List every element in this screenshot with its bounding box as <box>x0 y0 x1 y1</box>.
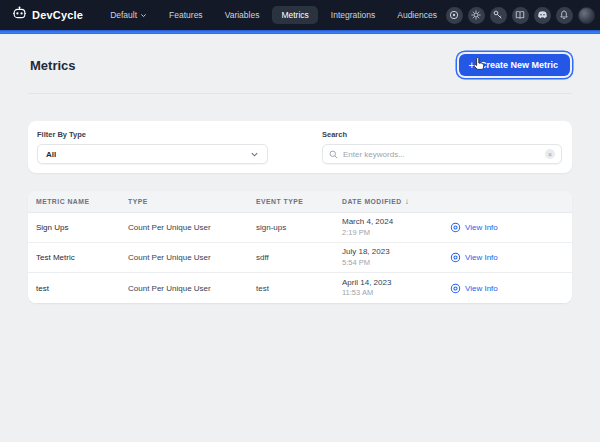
col-header-type[interactable]: TYPE <box>128 198 256 205</box>
col-header-event-type[interactable]: EVENT TYPE <box>256 198 342 205</box>
key-icon[interactable] <box>490 7 507 24</box>
filter-card: Filter By Type All Search × <box>28 121 572 173</box>
devcycle-robot-logo-icon <box>12 6 27 25</box>
nav-item-integrations[interactable]: Integrations <box>322 6 384 24</box>
nav-item-features[interactable]: Features <box>160 6 212 24</box>
brand[interactable]: DevCycle <box>12 6 83 25</box>
eye-icon <box>450 283 461 294</box>
date-modified: March 4, 2024 2:19 PM <box>342 217 450 238</box>
nav-right-icons <box>446 7 595 24</box>
date-modified: July 18, 2023 5:54 PM <box>342 247 450 268</box>
brand-name: DevCycle <box>32 9 83 21</box>
page-title: Metrics <box>30 58 76 73</box>
target-icon[interactable] <box>446 7 463 24</box>
gear-icon[interactable] <box>468 7 485 24</box>
eye-icon <box>450 222 461 233</box>
event-type: sign-ups <box>256 223 342 232</box>
metric-type: Count Per Unique User <box>128 223 256 232</box>
search-input[interactable] <box>343 150 540 159</box>
metric-type: Count Per Unique User <box>128 253 256 262</box>
event-type: test <box>256 284 342 293</box>
search-box: × <box>322 144 562 164</box>
event-type: sdff <box>256 253 342 262</box>
col-header-metric-name[interactable]: METRIC NAME <box>36 198 128 205</box>
metrics-table: METRIC NAME TYPE EVENT TYPE DATE MODIFIE… <box>28 191 572 303</box>
create-new-metric-label: Create New Metric <box>480 60 558 70</box>
metric-name: Sign Ups <box>36 223 128 232</box>
search-icon <box>329 150 338 159</box>
view-info-link[interactable]: View Info <box>450 222 564 233</box>
plus-icon: + <box>469 61 475 69</box>
table-row[interactable]: Sign Ups Count Per Unique User sign-ups … <box>28 213 572 243</box>
metric-type: Count Per Unique User <box>128 284 256 293</box>
table-row[interactable]: test Count Per Unique User test April 14… <box>28 273 572 303</box>
user-avatar[interactable] <box>578 7 595 24</box>
search-group: Search × <box>322 130 562 164</box>
metric-name: test <box>36 284 128 293</box>
docs-book-icon[interactable] <box>512 7 529 24</box>
clear-search-icon[interactable]: × <box>545 149 555 159</box>
table-row[interactable]: Test Metric Count Per Unique User sdff J… <box>28 243 572 273</box>
nav-item-audiences[interactable]: Audiences <box>388 6 446 24</box>
filter-by-type-label: Filter By Type <box>37 130 268 139</box>
page-header: Metrics + Create New Metric <box>0 34 600 80</box>
bell-icon[interactable] <box>556 7 573 24</box>
view-info-link[interactable]: View Info <box>450 283 564 294</box>
table-header-row: METRIC NAME TYPE EVENT TYPE DATE MODIFIE… <box>28 191 572 213</box>
header-divider <box>28 93 572 94</box>
nav-items: Default Features Variables Metrics Integ… <box>101 6 446 24</box>
eye-icon <box>450 252 461 263</box>
top-nav: DevCycle Default Features Variables Metr… <box>0 0 600 30</box>
nav-item-default-project[interactable]: Default <box>101 6 156 24</box>
chevron-down-icon <box>140 12 147 19</box>
main-content: Metrics + Create New Metric Filter By Ty… <box>0 34 600 442</box>
type-filter-value: All <box>46 150 56 159</box>
nav-item-metrics[interactable]: Metrics <box>272 6 317 24</box>
filter-by-type-group: Filter By Type All <box>37 130 268 164</box>
view-info-link[interactable]: View Info <box>450 252 564 263</box>
chevron-down-icon <box>250 150 259 159</box>
create-new-metric-button[interactable]: + Create New Metric <box>459 54 570 76</box>
type-filter-select[interactable]: All <box>37 144 268 164</box>
metric-name: Test Metric <box>36 253 128 262</box>
discord-icon[interactable] <box>534 7 551 24</box>
sort-desc-icon: ↓ <box>405 197 410 206</box>
date-modified: April 14, 2023 11:53 AM <box>342 278 450 299</box>
search-label: Search <box>322 130 562 139</box>
col-header-date-modified[interactable]: DATE MODIFIED ↓ <box>342 197 450 206</box>
nav-item-variables[interactable]: Variables <box>216 6 269 24</box>
